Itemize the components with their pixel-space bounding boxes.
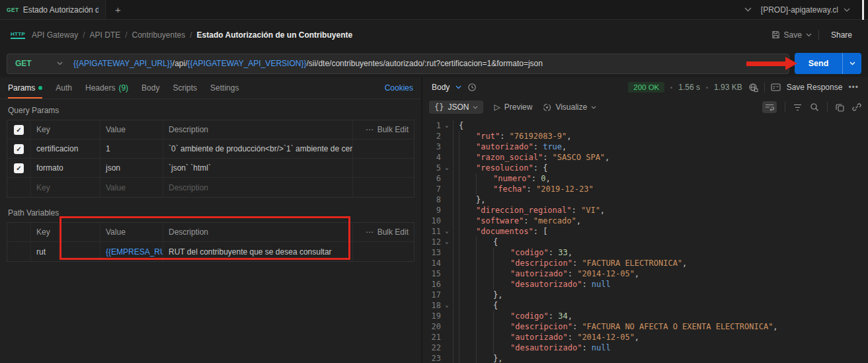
method-selector[interactable]: GET bbox=[7, 59, 71, 68]
cookies-link[interactable]: Cookies bbox=[385, 83, 413, 93]
param-value[interactable]: 1 bbox=[100, 140, 163, 158]
chevron-down-icon[interactable] bbox=[806, 33, 812, 37]
line-number: 11 bbox=[422, 226, 441, 237]
line-number: 17 bbox=[422, 290, 441, 300]
param-desc-placeholder[interactable]: Description bbox=[163, 178, 353, 197]
param-value[interactable]: json bbox=[100, 159, 163, 177]
response-body-tab[interactable]: Body bbox=[432, 83, 450, 92]
red-arrow-annotation bbox=[746, 61, 786, 66]
fold-gutter bbox=[441, 152, 453, 163]
network-info-icon[interactable] bbox=[748, 83, 758, 93]
fold-toggle-icon[interactable]: ⌄ bbox=[441, 237, 453, 247]
request-url-row: GET {{APIGATEWAY_API_URL}}/api/{{APIGATE… bbox=[0, 50, 868, 77]
fold-toggle-icon[interactable]: ⌄ bbox=[441, 120, 453, 131]
send-button[interactable]: Send bbox=[795, 53, 842, 74]
ellipsis-icon: ⋯ bbox=[366, 125, 374, 134]
chevron-down-icon[interactable] bbox=[455, 85, 461, 89]
code-line: 20"descripcion": "FACTURA NO AFECTA O EX… bbox=[422, 321, 868, 332]
query-params-title: Query Params bbox=[8, 106, 413, 115]
param-key-placeholder[interactable]: Key bbox=[31, 178, 100, 197]
tab-auth[interactable]: Auth bbox=[56, 77, 72, 99]
param-key[interactable]: formato bbox=[31, 159, 100, 177]
line-number: 8 bbox=[422, 194, 441, 205]
fold-gutter bbox=[441, 184, 453, 194]
send-options-button[interactable] bbox=[842, 53, 861, 74]
pathvar-desc[interactable]: RUT del contribuyente que se desea consu… bbox=[163, 242, 353, 261]
pathvar-value[interactable]: {{EMPRESA_RUT bbox=[100, 242, 163, 261]
fold-toggle-icon[interactable]: ⌄ bbox=[441, 226, 453, 237]
line-number: 4 bbox=[422, 152, 441, 163]
table-header-row: Key Value Description ⋯ Bulk Edit bbox=[7, 223, 414, 242]
wrap-text-button[interactable] bbox=[762, 101, 777, 113]
chevron-down-icon bbox=[591, 106, 596, 109]
method-label: GET bbox=[15, 59, 32, 68]
copy-icon[interactable] bbox=[836, 103, 844, 112]
chevron-down-icon[interactable] bbox=[744, 7, 752, 12]
share-button[interactable]: Share bbox=[826, 28, 857, 42]
pathvar-key[interactable]: rut bbox=[31, 242, 100, 261]
tab-bar: GET Estado Autorización de un + [PROD]-a… bbox=[0, 0, 868, 20]
fold-gutter bbox=[441, 141, 453, 152]
line-number: 2 bbox=[422, 131, 441, 141]
bulk-edit-button[interactable]: ⋯ Bulk Edit bbox=[353, 223, 414, 241]
new-tab-button[interactable]: + bbox=[106, 4, 130, 15]
response-time[interactable]: 1.56 s bbox=[678, 83, 700, 92]
table-row-empty: Key Value Description bbox=[7, 178, 414, 197]
param-key[interactable]: certificacion bbox=[31, 140, 100, 158]
code-line: 15"autorizado": "2014-12-05", bbox=[422, 268, 868, 279]
bulk-edit-button[interactable]: ⋯ Bulk Edit bbox=[353, 120, 414, 139]
play-icon: ▷ bbox=[494, 102, 500, 112]
save-response-button[interactable]: Save Response bbox=[787, 83, 843, 92]
fold-gutter bbox=[441, 290, 453, 300]
select-all-checkbox[interactable]: ✓ bbox=[14, 125, 24, 135]
code-line: 4"razon_social": "SASCO SPA", bbox=[422, 152, 868, 163]
request-tab-method: GET bbox=[7, 7, 19, 13]
fold-gutter bbox=[441, 205, 453, 216]
visualize-button[interactable]: Visualize bbox=[543, 102, 596, 112]
environment-name: [PROD]-apigateway.cl bbox=[761, 5, 838, 15]
param-desc[interactable]: `0` ambiente de producción<br/>`1` ambie… bbox=[163, 140, 353, 158]
status-badge[interactable]: 200 OK bbox=[628, 82, 664, 93]
url-field[interactable]: {{APIGATEWAY_API_URL}}/api/{{APIGATEWAY_… bbox=[71, 59, 789, 68]
param-desc[interactable]: `json` `html` bbox=[163, 159, 353, 177]
fold-toggle-icon[interactable]: ⌄ bbox=[441, 163, 453, 173]
code-line: 3"autorizado": true, bbox=[422, 141, 868, 152]
breadcrumb-folder[interactable]: API DTE bbox=[89, 30, 120, 40]
row-checkbox[interactable]: ✓ bbox=[14, 144, 24, 154]
request-tab[interactable]: GET Estado Autorización de un bbox=[0, 0, 106, 19]
more-options-button[interactable]: ••• bbox=[848, 83, 859, 92]
tab-scripts[interactable]: Scripts bbox=[173, 77, 197, 99]
preview-button[interactable]: ▷ Preview bbox=[494, 102, 532, 112]
ellipsis-icon: ⋯ bbox=[366, 227, 374, 237]
response-format-selector[interactable]: {} JSON bbox=[429, 101, 483, 114]
request-tabs: Params Auth Headers (9) Body Scripts Set… bbox=[0, 77, 421, 99]
tab-headers[interactable]: Headers (9) bbox=[85, 77, 128, 99]
code-line: 18⌄{ bbox=[422, 300, 868, 311]
filter-icon[interactable] bbox=[793, 104, 802, 111]
response-history-icon[interactable] bbox=[467, 83, 477, 92]
line-number: 16 bbox=[422, 279, 441, 290]
breadcrumb-subfolder[interactable]: Contribuyentes bbox=[132, 30, 186, 40]
tab-settings[interactable]: Settings bbox=[210, 77, 239, 99]
response-size[interactable]: 1.93 KB bbox=[714, 83, 742, 92]
line-number: 19 bbox=[422, 311, 441, 321]
breadcrumb-collection[interactable]: API Gateway bbox=[32, 30, 78, 40]
search-icon[interactable] bbox=[810, 102, 819, 112]
link-icon[interactable] bbox=[852, 102, 861, 112]
fold-toggle-icon[interactable]: ⌄ bbox=[441, 300, 453, 311]
row-checkbox[interactable]: ✓ bbox=[14, 163, 24, 173]
save-button[interactable]: Save bbox=[771, 30, 812, 40]
chevron-down-icon bbox=[844, 8, 850, 12]
tab-params[interactable]: Params bbox=[8, 77, 42, 99]
code-line: 23}, bbox=[422, 353, 868, 363]
code-line: 8}, bbox=[422, 194, 868, 205]
param-value-placeholder[interactable]: Value bbox=[100, 178, 163, 197]
environment-selector[interactable]: [PROD]-apigateway.cl bbox=[761, 5, 850, 15]
line-number: 15 bbox=[422, 268, 441, 279]
save-icon bbox=[771, 30, 780, 39]
response-json-viewer[interactable]: 1⌄{2"rut": "76192083-9",3"autorizado": t… bbox=[422, 117, 868, 363]
url-input[interactable]: GET {{APIGATEWAY_API_URL}}/api/{{APIGATE… bbox=[7, 54, 789, 74]
params-active-dot bbox=[38, 86, 42, 90]
tab-body[interactable]: Body bbox=[141, 77, 159, 99]
code-line: 10"software": "mercado", bbox=[422, 216, 868, 226]
